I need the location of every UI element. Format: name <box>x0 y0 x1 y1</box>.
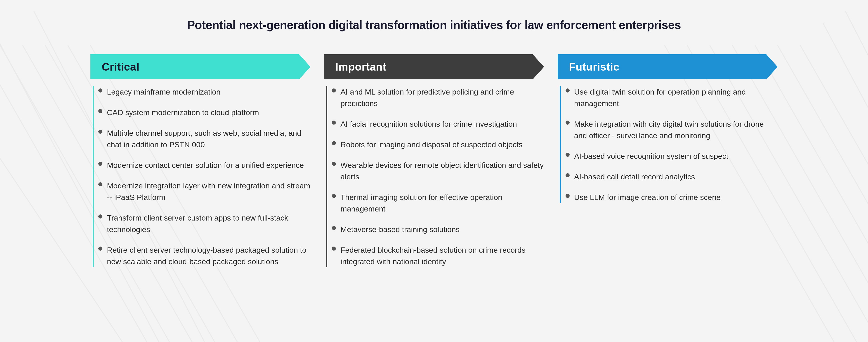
bullet-dot-icon <box>332 194 336 198</box>
column-critical: CriticalLegacy mainframe modernizationCA… <box>90 54 310 277</box>
bullet-dot-icon <box>332 226 336 230</box>
list-item-text: AI and ML solution for predictive polici… <box>340 86 544 109</box>
list-item: AI facial recognition solutions for crim… <box>332 118 544 130</box>
list-item: Modernize contact center solution for a … <box>98 160 310 171</box>
list-item-text: Make integration with city digital twin … <box>574 118 778 141</box>
bullet-dot-icon <box>332 162 336 166</box>
list-item: Wearable devices for remote object ident… <box>332 160 544 182</box>
list-item: Robots for imaging and disposal of suspe… <box>332 139 544 150</box>
column-header-title-futuristic: Futuristic <box>569 61 620 73</box>
column-header-futuristic: Futuristic <box>558 54 778 79</box>
bullet-dot-icon <box>98 130 102 134</box>
column-body-critical: Legacy mainframe modernizationCAD system… <box>93 86 310 267</box>
bullet-dot-icon <box>565 173 569 177</box>
list-item-text: Use digital twin solution for operation … <box>574 86 778 109</box>
bullet-dot-icon <box>565 88 569 92</box>
list-item: Legacy mainframe modernization <box>98 86 310 98</box>
column-important: ImportantAI and ML solution for predicti… <box>324 54 544 277</box>
list-item-text: Modernize integration layer with new int… <box>107 180 310 203</box>
list-item: Make integration with city digital twin … <box>565 118 778 141</box>
list-item-text: Federated blockchain-based solution on c… <box>340 244 544 267</box>
list-item-text: Retire client server technology-based pa… <box>107 244 310 267</box>
list-item: AI-based voice recognition system of sus… <box>565 150 778 162</box>
bullet-dot-icon <box>98 109 102 113</box>
list-item: Modernize integration layer with new int… <box>98 180 310 203</box>
list-item-text: Robots for imaging and disposal of suspe… <box>340 139 522 150</box>
column-header-critical: Critical <box>90 54 310 79</box>
content-wrapper: Potential next-generation digital transf… <box>0 0 868 294</box>
column-body-important: AI and ML solution for predictive polici… <box>326 86 544 267</box>
list-item-text: AI facial recognition solutions for crim… <box>340 118 517 130</box>
columns-container: CriticalLegacy mainframe modernizationCA… <box>90 54 778 277</box>
list-item: Federated blockchain-based solution on c… <box>332 244 544 267</box>
column-body-futuristic: Use digital twin solution for operation … <box>560 86 778 203</box>
bullet-dot-icon <box>332 247 336 251</box>
list-item: Multiple channel support, such as web, s… <box>98 127 310 150</box>
list-item-text: Legacy mainframe modernization <box>107 86 221 98</box>
bullet-dot-icon <box>565 194 569 198</box>
column-futuristic: FuturisticUse digital twin solution for … <box>558 54 778 212</box>
list-item: Metaverse-based training solutions <box>332 224 544 235</box>
bullet-dot-icon <box>565 120 569 125</box>
list-item-text: Modernize contact center solution for a … <box>107 160 304 171</box>
bullet-dot-icon <box>332 120 336 125</box>
page-title: Potential next-generation digital transf… <box>90 18 778 32</box>
bullet-dot-icon <box>98 88 102 92</box>
list-item: AI-based call detail record analytics <box>565 171 778 182</box>
list-item-text: Multiple channel support, such as web, s… <box>107 127 310 150</box>
bullet-dot-icon <box>98 215 102 219</box>
bullet-dot-icon <box>565 153 569 157</box>
bullet-dot-icon <box>98 247 102 251</box>
list-item-text: Thermal imaging solution for effective o… <box>340 192 544 215</box>
list-item-text: Use LLM for image creation of crime scen… <box>574 192 721 203</box>
list-item-text: Metaverse-based training solutions <box>340 224 460 235</box>
list-item: Use digital twin solution for operation … <box>565 86 778 109</box>
list-item: AI and ML solution for predictive polici… <box>332 86 544 109</box>
list-item: Retire client server technology-based pa… <box>98 244 310 267</box>
bullet-dot-icon <box>332 141 336 145</box>
list-item-text: AI-based call detail record analytics <box>574 171 695 182</box>
bullet-dot-icon <box>98 162 102 166</box>
column-header-important: Important <box>324 54 544 79</box>
list-item-text: CAD system modernization to cloud platfo… <box>107 107 259 118</box>
list-item: Use LLM for image creation of crime scen… <box>565 192 778 203</box>
list-item: CAD system modernization to cloud platfo… <box>98 107 310 118</box>
bullet-dot-icon <box>332 88 336 92</box>
column-header-title-critical: Critical <box>102 61 140 73</box>
column-header-title-important: Important <box>335 61 386 73</box>
list-item-text: Wearable devices for remote object ident… <box>340 160 544 182</box>
list-item: Thermal imaging solution for effective o… <box>332 192 544 215</box>
list-item-text: Transform client server custom apps to n… <box>107 212 310 235</box>
list-item-text: AI-based voice recognition system of sus… <box>574 150 728 162</box>
list-item: Transform client server custom apps to n… <box>98 212 310 235</box>
bullet-dot-icon <box>98 182 102 187</box>
